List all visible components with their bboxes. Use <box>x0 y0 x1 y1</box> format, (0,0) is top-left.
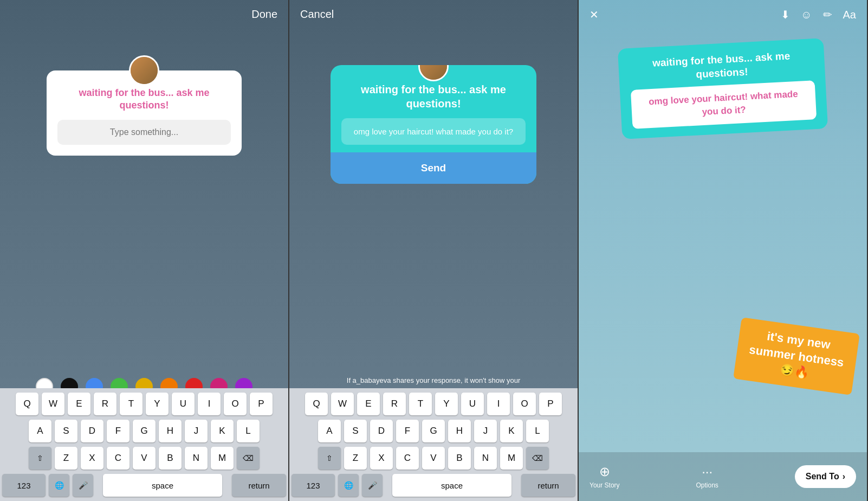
key-t-2[interactable]: T <box>409 393 432 415</box>
key-f-2[interactable]: F <box>396 420 419 442</box>
key-a-1[interactable]: A <box>29 420 51 442</box>
key-l-1[interactable]: L <box>237 420 260 442</box>
key-r-1[interactable]: R <box>94 393 116 415</box>
sticker-title-3: waiting for the bus... ask me questions! <box>629 48 814 85</box>
key-q-1[interactable]: Q <box>16 393 38 415</box>
key-v-2[interactable]: V <box>422 447 445 470</box>
key-d-2[interactable]: D <box>370 420 393 442</box>
key-l-2[interactable]: L <box>526 420 549 442</box>
type-input-1[interactable] <box>57 120 231 145</box>
key-delete-1[interactable]: ⌫ <box>237 447 260 470</box>
question-title-1: waiting for the bus... ask me questions! <box>57 87 231 112</box>
key-b-2[interactable]: B <box>448 447 471 470</box>
response-text-2: omg love your haircut! what made you do … <box>341 118 526 145</box>
key-j-1[interactable]: J <box>185 420 208 442</box>
key-x-2[interactable]: X <box>370 447 393 470</box>
question-title-2: waiting for the bus... ask me questions! <box>341 82 526 111</box>
options-action[interactable]: ··· Options <box>696 464 718 489</box>
key-123-2[interactable]: 123 <box>292 474 335 497</box>
key-r-2[interactable]: R <box>383 393 406 415</box>
text-icon[interactable]: Aa <box>843 9 856 21</box>
key-o-1[interactable]: O <box>224 393 247 415</box>
options-icon: ··· <box>702 464 712 479</box>
cancel-button[interactable]: Cancel <box>300 8 334 21</box>
key-mic-2[interactable]: 🎤 <box>362 474 383 497</box>
top-bar-1: Done <box>251 8 277 21</box>
key-g-1[interactable]: G <box>133 420 156 442</box>
key-123-1[interactable]: 123 <box>2 474 46 497</box>
key-z-2[interactable]: Z <box>344 447 367 470</box>
key-y-1[interactable]: Y <box>146 393 169 415</box>
key-shift-2[interactable]: ⇧ <box>318 447 341 470</box>
key-delete-2[interactable]: ⌫ <box>526 447 549 470</box>
send-button[interactable]: Send <box>331 152 536 184</box>
key-o-2[interactable]: O <box>513 393 536 415</box>
key-x-1[interactable]: X <box>81 447 103 470</box>
key-globe-2[interactable]: 🌐 <box>338 474 359 497</box>
your-story-label: Your Story <box>590 481 620 489</box>
key-space-2[interactable]: space <box>392 474 511 497</box>
key-n-2[interactable]: N <box>474 447 497 470</box>
key-return-1[interactable]: return <box>232 474 286 497</box>
kb-row-2: A S D F G H J K L <box>2 420 286 442</box>
key-p-1[interactable]: P <box>250 393 273 415</box>
avatar-1 <box>129 55 159 86</box>
key-v-1[interactable]: V <box>133 447 156 470</box>
key-e-1[interactable]: E <box>68 393 90 415</box>
key-s-2[interactable]: S <box>344 420 367 442</box>
key-u-2[interactable]: U <box>461 393 484 415</box>
download-icon[interactable]: ⬇ <box>781 8 790 21</box>
keyboard-1: Q W E R T Y U I O P A S D F G H J K L ⇧ … <box>0 388 288 501</box>
key-i-1[interactable]: I <box>198 393 221 415</box>
key-j-2[interactable]: J <box>474 420 497 442</box>
key-return-2[interactable]: return <box>521 474 575 497</box>
key-shift-1[interactable]: ⇧ <box>29 447 51 470</box>
key-e-2[interactable]: E <box>357 393 380 415</box>
key-q-2[interactable]: Q <box>305 393 328 415</box>
key-f-1[interactable]: F <box>107 420 129 442</box>
close-icon[interactable]: ✕ <box>590 8 599 21</box>
key-i-2[interactable]: I <box>487 393 510 415</box>
chevron-right-icon: › <box>843 472 845 481</box>
key-w-1[interactable]: W <box>42 393 64 415</box>
key-c-2[interactable]: C <box>396 447 419 470</box>
key-h-1[interactable]: H <box>159 420 182 442</box>
key-a-2[interactable]: A <box>318 420 341 442</box>
key-b-1[interactable]: B <box>159 447 182 470</box>
key-globe-1[interactable]: 🌐 <box>49 474 69 497</box>
bottom-bar-3: ⊕ Your Story ··· Options Send To › <box>579 452 867 501</box>
key-t-1[interactable]: T <box>120 393 142 415</box>
key-p-2[interactable]: P <box>539 393 562 415</box>
key-g-2[interactable]: G <box>422 420 445 442</box>
key-u-1[interactable]: U <box>172 393 195 415</box>
send-to-button[interactable]: Send To › <box>795 465 856 488</box>
kb-row-2: A S D F G H J K L <box>292 420 575 442</box>
key-h-2[interactable]: H <box>448 420 471 442</box>
key-n-1[interactable]: N <box>185 447 208 470</box>
key-d-1[interactable]: D <box>81 420 103 442</box>
key-m-2[interactable]: M <box>500 447 523 470</box>
key-s-1[interactable]: S <box>55 420 77 442</box>
top-icons-right: ⬇ ☺ ✏ Aa <box>781 8 856 21</box>
your-story-action[interactable]: ⊕ Your Story <box>590 464 620 489</box>
key-space-1[interactable]: space <box>103 474 222 497</box>
key-z-1[interactable]: Z <box>55 447 77 470</box>
avatar-2 <box>418 65 449 81</box>
done-button[interactable]: Done <box>251 8 277 21</box>
key-k-2[interactable]: K <box>500 420 523 442</box>
send-to-label: Send To <box>806 472 839 481</box>
keyboard-2: Q W E R T Y U I O P A S D F G H J K L ⇧ … <box>289 388 578 501</box>
kb-row-1: Q W E R T Y U I O P <box>292 393 575 415</box>
kb-bottom-left-1: 123 🌐 🎤 <box>2 474 93 497</box>
key-mic-1[interactable]: 🎤 <box>73 474 93 497</box>
draw-pen-icon[interactable]: ✏ <box>823 8 832 21</box>
key-m-1[interactable]: M <box>211 447 234 470</box>
key-k-1[interactable]: K <box>211 420 234 442</box>
kb-bottom-left-2: 123 🌐 🎤 <box>292 474 383 497</box>
face-sticker-icon[interactable]: ☺ <box>801 9 812 21</box>
story-sticker-3: waiting for the bus... ask me questions!… <box>618 38 828 139</box>
key-c-1[interactable]: C <box>107 447 129 470</box>
sticker-response-3: omg love your haircut! what made you do … <box>631 80 817 129</box>
key-y-2[interactable]: Y <box>435 393 458 415</box>
key-w-2[interactable]: W <box>331 393 354 415</box>
